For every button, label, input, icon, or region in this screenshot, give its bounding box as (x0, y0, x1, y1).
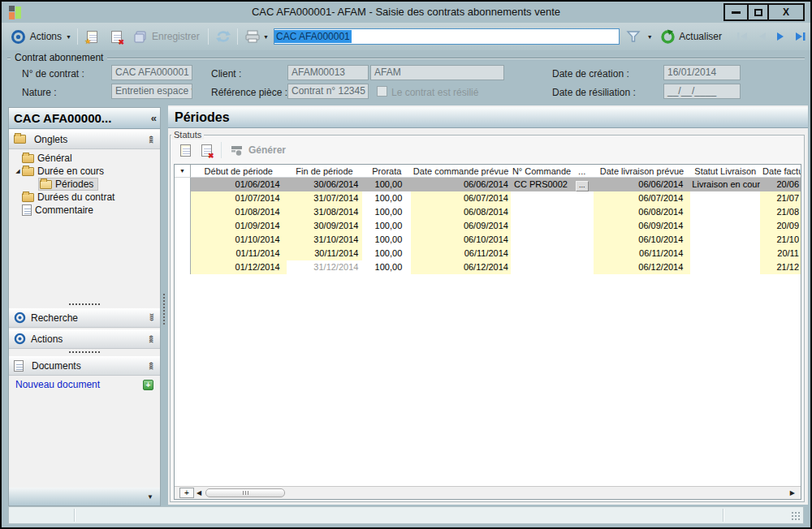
filter-dropdown-icon[interactable]: ▼ (647, 34, 653, 40)
tree-item-commentaire[interactable]: Commentaire (14, 204, 160, 217)
grid-cell-fact_date[interactable]: 20/11 (760, 247, 801, 260)
grid-cell-liv_date[interactable]: 06/08/2014 (594, 205, 691, 219)
print-dropdown-icon[interactable]: ▼ (263, 34, 269, 40)
grid-cell-dots[interactable] (571, 219, 594, 233)
grid-cell-statut_liv[interactable] (690, 247, 760, 260)
tree-item-p-riodes[interactable]: Périodes (30, 178, 160, 191)
grid-header-fact_date[interactable]: Date factu (760, 165, 801, 178)
sidebar-section-documents[interactable]: Documents «« (9, 356, 160, 376)
grid-cell-statut_liv[interactable]: Livraison en cours (690, 178, 760, 191)
table-row[interactable]: 01/07/201431/07/2014100,0006/07/201406/0… (175, 191, 801, 205)
new-row-button[interactable] (176, 141, 194, 159)
actualiser-button[interactable]: Actualiser (679, 31, 722, 42)
reference-field[interactable]: Contrat n° 12345 (287, 84, 369, 99)
grid-cell-prorata[interactable]: 100,00 (362, 233, 411, 247)
filter-icon[interactable] (624, 28, 642, 45)
grid-cell-dots[interactable] (571, 247, 594, 260)
grid-cell-cmd_date[interactable]: 06/09/2014 (411, 219, 511, 233)
grid-cell-dots[interactable] (571, 233, 594, 247)
grid-cell-prorata[interactable]: 100,00 (362, 247, 411, 260)
grid-cell-sel[interactable] (175, 260, 191, 274)
grid-cell-fin[interactable]: 31/07/2014 (287, 191, 363, 205)
horizontal-scrollbar-thumb[interactable] (205, 488, 285, 497)
grid-cell-fin[interactable]: 31/08/2014 (287, 205, 363, 219)
chevron-up-icon[interactable]: «« (147, 135, 156, 143)
add-row-button[interactable]: + (179, 488, 194, 498)
dotted-separator[interactable] (69, 351, 100, 353)
delete-row-button[interactable]: ✖ (197, 141, 215, 159)
grid-cell-liv_date[interactable]: 06/10/2014 (594, 233, 691, 247)
grid-header-fin[interactable]: Fin de période (287, 165, 363, 178)
grid-cell-cmd_no[interactable] (511, 205, 571, 219)
grid-header-dots[interactable]: ... (571, 165, 594, 178)
nature-field[interactable]: Entretien espace ve (111, 84, 192, 99)
chevron-down-icon[interactable]: ▼ (66, 34, 71, 40)
record-search-input[interactable]: CAC AFA000001 (274, 28, 620, 45)
grid-cell-liv_date[interactable]: 06/06/2014 (594, 178, 691, 191)
grid-cell-fin[interactable]: 30/06/2014 (287, 178, 363, 191)
grid-header-cmd_no[interactable]: N° Commande (511, 165, 571, 178)
table-row[interactable]: 01/12/201431/12/2014100,0006/12/201406/1… (175, 260, 801, 274)
maximize-button[interactable] (747, 5, 767, 19)
grid-cell-dots[interactable]: ... (571, 178, 594, 191)
collapse-sidebar-icon[interactable]: « (151, 112, 157, 124)
scroll-right-icon[interactable]: ▶ (790, 489, 795, 497)
expanded-node-icon[interactable]: ◢ (14, 168, 22, 174)
nav-next-icon[interactable] (775, 31, 786, 42)
grid-cell-debut[interactable]: 01/06/2014 (191, 178, 287, 191)
grid-cell-statut_liv[interactable] (690, 219, 760, 233)
nav-previous-icon[interactable] (757, 31, 767, 42)
date-creation-field[interactable]: 16/01/2014 (663, 65, 741, 80)
add-document-button[interactable]: + (143, 380, 153, 390)
table-row[interactable]: 01/08/201431/08/2014100,0006/08/201406/0… (175, 205, 801, 219)
row-detail-button[interactable]: ... (576, 181, 589, 191)
grid-cell-sel[interactable] (175, 178, 191, 191)
tree-item-dur-es-du-contrat[interactable]: Durées du contrat (14, 191, 160, 204)
grid-cell-liv_date[interactable]: 06/12/2014 (594, 260, 691, 274)
grid-cell-liv_date[interactable]: 06/07/2014 (594, 191, 691, 205)
dotted-separator[interactable] (69, 303, 100, 305)
sidebar-section-actions[interactable]: Actions «« (9, 329, 160, 349)
table-row[interactable]: 01/09/201430/09/2014100,0006/09/201406/0… (175, 219, 801, 233)
nav-first-icon[interactable] (736, 31, 749, 42)
table-row[interactable]: 01/06/201430/06/2014100,0006/06/2014CC P… (175, 178, 801, 191)
grid-cell-cmd_no[interactable] (511, 233, 571, 247)
grid-cell-fact_date[interactable]: 21/08 (760, 205, 801, 219)
grid-cell-cmd_date[interactable]: 06/06/2014 (411, 178, 511, 191)
minimize-button[interactable] (725, 5, 747, 19)
grid-cell-cmd_no[interactable] (511, 191, 571, 205)
grid-cell-cmd_date[interactable]: 06/12/2014 (411, 260, 511, 274)
grid-cell-statut_liv[interactable] (690, 205, 760, 219)
client-code-field[interactable]: AFAM00013 (287, 65, 369, 80)
grid-cell-fin[interactable]: 30/11/2014 (287, 247, 363, 260)
grid-cell-fact_date[interactable]: 20/06 (760, 178, 801, 191)
grid-cell-statut_liv[interactable] (690, 191, 760, 205)
grid-cell-sel[interactable] (175, 205, 191, 219)
tree-item-dur-e-en-cours[interactable]: ◢Durée en cours (14, 165, 160, 178)
tree-item-g-n-ral[interactable]: Général (14, 152, 160, 165)
chevron-up-icon[interactable]: «« (147, 335, 156, 342)
grid-cell-cmd_no[interactable] (511, 247, 571, 260)
sidebar-section-recherche[interactable]: Recherche «« (9, 308, 160, 328)
grid-cell-liv_date[interactable]: 06/09/2014 (594, 219, 691, 233)
grid-cell-sel[interactable] (175, 219, 191, 233)
actions-menu-button[interactable]: Actions (30, 31, 62, 42)
grid-header-debut[interactable]: Début de période (191, 165, 287, 178)
print-button[interactable] (244, 28, 261, 45)
grid-cell-liv_date[interactable]: 06/11/2014 (594, 247, 691, 260)
grid-header-statut_liv[interactable]: Statut Livraison (690, 165, 760, 178)
grid-cell-sel[interactable] (175, 191, 191, 205)
grid-cell-fact_date[interactable]: 21/07 (760, 191, 801, 205)
grid-cell-statut_liv[interactable] (690, 233, 760, 247)
table-row[interactable]: 01/11/201430/11/2014100,0006/11/201406/1… (175, 247, 801, 260)
grid-cell-prorata[interactable]: 100,00 (362, 191, 411, 205)
table-row[interactable]: 01/10/201431/10/2014100,0006/10/201406/1… (175, 233, 801, 247)
grid-cell-fin[interactable]: 30/09/2014 (287, 219, 363, 233)
grid-header-sel[interactable]: ▼ (175, 165, 191, 178)
scroll-left-icon[interactable]: ◀ (197, 489, 201, 497)
new-document-link[interactable]: Nouveau document (15, 379, 143, 390)
grid-cell-prorata[interactable]: 100,00 (362, 260, 411, 274)
client-name-field[interactable]: AFAM (370, 65, 504, 80)
grid-cell-prorata[interactable]: 100,00 (362, 205, 411, 219)
grid-header-cmd_date[interactable]: Date commande prévue (411, 165, 511, 178)
